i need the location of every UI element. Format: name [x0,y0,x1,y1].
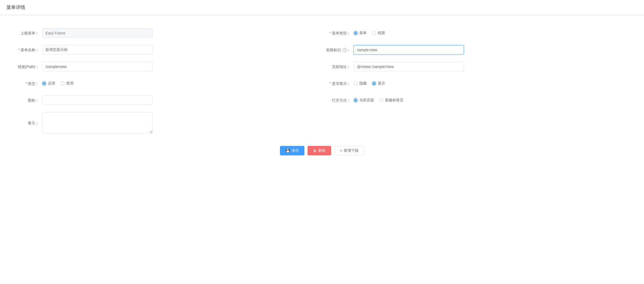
add-sub-button[interactable]: + 新增下级 [334,146,364,155]
row-name-permission: 菜单名称： 权限标识 ?： [11,45,633,55]
show-hide-label: 隐藏 [359,81,367,86]
open-type-newtab-label: 新建标签页 [385,98,403,103]
path-label: 链接(Path)： [11,62,42,71]
show-show-radio[interactable] [372,81,376,86]
status-label: 状态： [11,79,42,88]
menu-type-menu-radio[interactable] [354,31,358,35]
open-type-current-label: 当前页面 [359,98,374,103]
permission-label: 权限标识 ?： [322,45,354,55]
open-type-newtab-radio[interactable] [379,98,384,102]
permission-help-icon[interactable]: ? [343,48,347,52]
menu-type-permission-radio[interactable] [372,31,376,35]
menu-type-permission-label: 权限 [378,31,385,35]
form-container: 上级菜单： 菜单类型： 菜单 权限 菜 [0,20,644,171]
status-disable-radio[interactable] [60,81,65,86]
col-path: 链接(Path)： [11,62,322,71]
button-row: 💾 保存 🗑 删除 + 新增下级 [11,141,633,163]
open-type-newtab-option[interactable]: 新建标签页 [379,98,403,103]
save-icon: 💾 [285,149,290,153]
row-status-show: 状态： 启用 禁用 是否显示： 隐藏 [11,79,633,88]
show-show-label: 显示 [378,81,385,86]
col-menu-type: 菜单类型： 菜单 权限 [322,28,633,38]
row-path-pageurl: 链接(Path)： 页面地址： [11,62,633,71]
col-show: 是否显示： 隐藏 显示 [322,79,633,88]
status-enable-radio[interactable] [42,81,46,86]
status-radio-group: 启用 禁用 [42,81,74,86]
menu-name-input[interactable] [42,45,152,55]
permission-input[interactable] [354,45,464,55]
row-remark: 备注： [11,112,633,133]
menu-type-menu-option[interactable]: 菜单 [354,31,367,35]
show-radio-group: 隐藏 显示 [354,81,385,86]
delete-button[interactable]: 🗑 删除 [308,146,331,155]
menu-type-permission-option[interactable]: 权限 [372,31,385,35]
menu-type-menu-label: 菜单 [359,31,367,35]
remark-textarea[interactable] [42,112,152,133]
status-enable-label: 启用 [48,81,55,86]
path-input[interactable] [42,62,152,71]
delete-icon: 🗑 [313,149,317,153]
col-open-type: 打开方式： 当前页面 新建标签页 [322,96,633,105]
remark-label: 备注： [11,118,42,128]
header-divider [0,15,644,15]
page-url-label: 页面地址： [322,62,354,71]
menu-type-label: 菜单类型： [322,28,354,38]
show-label: 是否显示： [322,79,354,88]
col-menu-name: 菜单名称： [11,45,322,55]
col-status: 状态： 启用 禁用 [11,79,322,88]
page-title: 菜单详情 [6,4,638,10]
col-remark: 备注： [11,112,322,133]
show-hide-option[interactable]: 隐藏 [354,81,367,86]
add-icon: + [340,149,342,153]
menu-name-label: 菜单名称： [11,45,42,55]
page-container: 菜单详情 上级菜单： 菜单类型： 菜单 权限 [0,0,644,284]
col-page-url: 页面地址： [322,62,633,71]
col-permission: 权限标识 ?： [322,45,633,55]
row-icon-opentype: 图标： 打开方式： 当前页面 新建标签页 [11,96,633,105]
parent-menu-input[interactable] [42,28,152,38]
open-type-current-radio[interactable] [354,98,358,102]
parent-menu-label: 上级菜单： [11,28,42,38]
show-hide-radio[interactable] [354,81,358,86]
save-button[interactable]: 💾 保存 [280,146,304,155]
open-type-current-option[interactable]: 当前页面 [354,98,374,103]
show-show-option[interactable]: 显示 [372,81,385,86]
page-header: 菜单详情 [0,0,644,15]
row-parent-menu-type: 上级菜单： 菜单类型： 菜单 权限 [11,28,633,38]
status-disable-option[interactable]: 禁用 [60,81,74,86]
menu-type-radio-group: 菜单 权限 [354,31,385,35]
open-type-label: 打开方式： [322,96,354,105]
icon-label: 图标： [11,96,42,105]
status-disable-label: 禁用 [66,81,74,86]
status-enable-option[interactable]: 启用 [42,81,55,86]
col-parent-menu: 上级菜单： [11,28,322,38]
col-icon: 图标： [11,96,322,105]
icon-input[interactable] [42,96,152,105]
open-type-radio-group: 当前页面 新建标签页 [354,98,403,103]
page-url-input[interactable] [354,62,464,71]
